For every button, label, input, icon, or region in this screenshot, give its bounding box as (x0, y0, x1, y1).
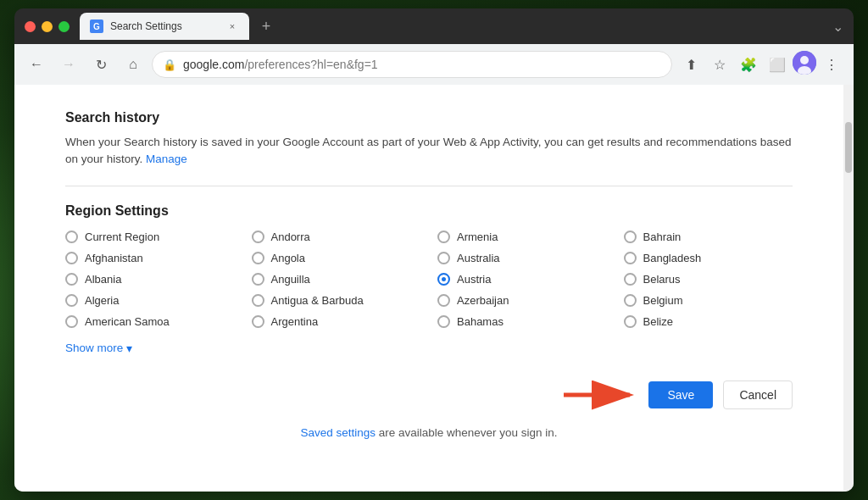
region-radio-belgium[interactable] (624, 294, 637, 307)
region-label-belize: Belize (643, 315, 673, 328)
cancel-button[interactable]: Cancel (723, 381, 793, 409)
show-more-label: Show more (65, 342, 123, 354)
region-label-bahrain: Bahrain (643, 231, 682, 243)
region-label-andorra: Andorra (271, 231, 310, 243)
nav-bar: ← → ↻ ⌂ 🔒 google.com/preferences?hl=en&f… (14, 44, 854, 85)
new-tab-button[interactable]: + (254, 14, 278, 38)
region-label-bangladesh: Bangladesh (643, 252, 702, 264)
user-avatar[interactable] (793, 51, 816, 75)
list-item[interactable]: Antigua & Barbuda (252, 294, 421, 307)
more-button[interactable]: ⋮ (818, 51, 845, 78)
list-item[interactable]: Belize (624, 315, 793, 328)
list-item[interactable]: Bangladesh (624, 252, 793, 264)
region-label-algeria: Algeria (85, 294, 119, 307)
region-radio-algeria[interactable] (65, 294, 78, 307)
browser-content: Search history When your Search history … (14, 85, 854, 492)
region-label-afghanistan: Afghanistan (85, 252, 143, 264)
title-bar-menu[interactable]: ⌄ (832, 19, 843, 35)
list-item[interactable]: Bahrain (624, 231, 793, 243)
share-button[interactable]: ⬆ (677, 51, 704, 78)
region-label-belarus: Belarus (643, 273, 681, 286)
region-radio-antigua[interactable] (252, 294, 264, 307)
extensions-icon: 🧩 (740, 57, 757, 73)
region-radio-american-samoa[interactable] (65, 315, 78, 328)
title-bar: G Search Settings × + ⌄ (14, 8, 854, 44)
region-radio-belize[interactable] (624, 315, 637, 328)
split-view-icon: ⬜ (769, 57, 786, 73)
region-radio-angola[interactable] (252, 252, 264, 264)
list-item[interactable]: Angola (252, 252, 421, 264)
list-item[interactable]: Bahamas (437, 315, 607, 328)
reload-icon: ↻ (96, 57, 107, 73)
bookmark-button[interactable]: ☆ (706, 51, 733, 78)
actions-row: Save Cancel (65, 381, 793, 409)
scrollbar[interactable] (843, 85, 854, 492)
list-item[interactable]: Belgium (624, 294, 793, 307)
scrollbar-thumb[interactable] (845, 122, 852, 173)
bookmark-icon: ☆ (714, 57, 726, 73)
list-item[interactable]: Andorra (252, 231, 421, 243)
home-button[interactable]: ⌂ (120, 51, 147, 78)
back-icon: ← (30, 57, 43, 72)
saved-settings-link[interactable]: Saved settings (300, 426, 376, 439)
list-item[interactable]: Current Region (65, 231, 235, 243)
back-button[interactable]: ← (23, 51, 50, 78)
region-label-current: Current Region (85, 231, 159, 243)
list-item[interactable]: Anguilla (252, 273, 421, 286)
region-label-armenia: Armenia (457, 231, 498, 243)
region-radio-azerbaijan[interactable] (437, 294, 450, 307)
region-col-1: Current Region Afghanistan Albania (65, 231, 235, 328)
region-radio-current[interactable] (65, 231, 78, 243)
region-label-anguilla: Anguilla (271, 273, 310, 286)
active-tab[interactable]: G Search Settings × (80, 13, 249, 40)
region-radio-bahamas[interactable] (437, 315, 450, 328)
list-item[interactable]: Armenia (437, 231, 607, 243)
manage-link[interactable]: Manage (146, 153, 187, 165)
reload-button[interactable]: ↻ (87, 51, 114, 78)
close-window-button[interactable] (25, 21, 36, 32)
list-item[interactable]: Belarus (624, 273, 793, 286)
region-radio-argentina[interactable] (252, 315, 264, 328)
list-item[interactable]: Argentina (252, 315, 421, 328)
region-label-argentina: Argentina (271, 315, 319, 328)
list-item[interactable]: Afghanistan (65, 252, 235, 264)
maximize-window-button[interactable] (58, 21, 70, 32)
region-radio-armenia[interactable] (437, 231, 450, 243)
region-label-bahamas: Bahamas (457, 315, 504, 328)
region-radio-albania[interactable] (65, 273, 78, 286)
address-path: /preferences?hl=en&fg=1 (244, 58, 377, 71)
show-more-link[interactable]: Show more ▾ (65, 342, 132, 355)
list-item[interactable]: Azerbaijan (437, 294, 607, 307)
tab-close-button[interactable]: × (225, 19, 239, 33)
saved-info-text: are available whenever you sign in. (376, 426, 558, 439)
region-radio-andorra[interactable] (252, 231, 264, 243)
region-radio-bahrain[interactable] (624, 231, 637, 243)
address-bar[interactable]: 🔒 google.com/preferences?hl=en&fg=1 (152, 51, 672, 78)
region-radio-austria[interactable] (437, 273, 450, 286)
saved-info: Saved settings are available whenever yo… (65, 426, 793, 439)
region-radio-afghanistan[interactable] (65, 252, 78, 264)
home-icon: ⌂ (129, 57, 137, 72)
region-label-australia: Australia (457, 252, 500, 264)
list-item[interactable]: Albania (65, 273, 235, 286)
history-section-title: Search history (65, 110, 793, 125)
save-button[interactable]: Save (648, 381, 713, 408)
list-item[interactable]: Austria (437, 273, 607, 286)
region-radio-anguilla[interactable] (252, 273, 264, 286)
region-label-albania: Albania (85, 273, 121, 286)
list-item[interactable]: Australia (437, 252, 607, 264)
split-view-button[interactable]: ⬜ (764, 51, 791, 78)
list-item[interactable]: American Samoa (65, 315, 235, 328)
forward-button[interactable]: → (55, 51, 82, 78)
region-radio-bangladesh[interactable] (624, 252, 637, 264)
region-col-4: Bahrain Bangladesh Belarus Belgium (624, 231, 793, 328)
lock-icon: 🔒 (163, 58, 176, 71)
window-controls (25, 21, 70, 32)
list-item[interactable]: Algeria (65, 294, 235, 307)
arrow-indicator (564, 378, 640, 412)
region-radio-belarus[interactable] (624, 273, 637, 286)
extensions-button[interactable]: 🧩 (735, 51, 762, 78)
minimize-window-button[interactable] (42, 21, 53, 32)
region-radio-australia[interactable] (437, 252, 450, 264)
page-content: Search history When your Search history … (14, 85, 843, 492)
